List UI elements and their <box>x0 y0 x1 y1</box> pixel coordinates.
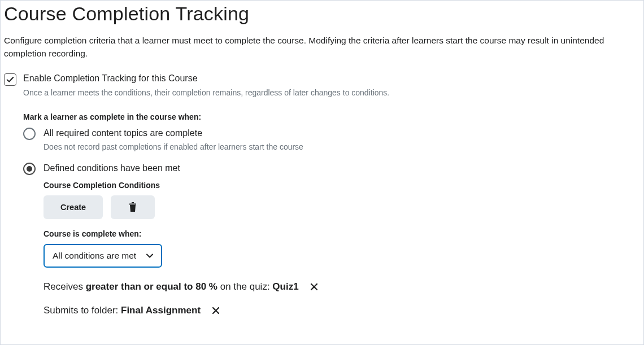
enable-tracking-label: Enable Completion Tracking for this Cour… <box>23 72 640 85</box>
radio-defined-conditions[interactable] <box>23 163 36 175</box>
condition-text-bold: Final Assignment <box>121 305 201 316</box>
criteria-heading: Mark a learner as complete in the course… <box>23 112 640 121</box>
close-icon <box>310 283 318 291</box>
remove-condition-button[interactable] <box>212 307 220 315</box>
radio-all-topics[interactable] <box>23 128 36 140</box>
svg-rect-1 <box>132 202 134 203</box>
condition-text-bold: Quiz1 <box>272 281 298 292</box>
delete-conditions-button[interactable] <box>111 195 155 219</box>
condition-text-part: Receives <box>43 281 86 292</box>
complete-when-select[interactable]: All conditions are met <box>43 244 162 268</box>
enable-tracking-checkbox[interactable] <box>4 73 16 86</box>
condition-text: Submits to folder: Final Assignment <box>43 305 201 316</box>
close-icon <box>212 307 220 315</box>
condition-text-part: Submits to folder: <box>43 305 121 316</box>
svg-rect-0 <box>129 203 136 204</box>
complete-when-label: Course is complete when: <box>43 229 640 238</box>
page-frame: Course Completion Tracking Configure com… <box>0 0 644 345</box>
radio-all-topics-label: All required content topics are complete <box>43 127 640 139</box>
condition-text-bold: greater than or equal to 80 % <box>86 281 217 292</box>
check-icon <box>6 76 14 84</box>
enable-tracking-help: Once a learner meets the conditions, the… <box>23 87 640 98</box>
page-title: Course Completion Tracking <box>4 2 640 26</box>
condition-item: Submits to folder: Final Assignment <box>43 305 640 316</box>
page-intro: Configure completion criteria that a lea… <box>4 34 640 60</box>
conditions-heading: Course Completion Conditions <box>43 181 640 190</box>
radio-defined-conditions-label: Defined conditions have been met <box>43 162 640 174</box>
condition-text: Receives greater than or equal to 80 % o… <box>43 281 299 292</box>
trash-icon <box>128 202 137 212</box>
condition-text-part: on the quiz: <box>217 281 272 292</box>
page-content: Course Completion Tracking Configure com… <box>1 1 643 333</box>
create-condition-button[interactable]: Create <box>43 195 103 219</box>
radio-all-topics-help: Does not record past completions if enab… <box>43 141 640 152</box>
remove-condition-button[interactable] <box>310 283 318 291</box>
condition-item: Receives greater than or equal to 80 % o… <box>43 281 640 292</box>
condition-list: Receives greater than or equal to 80 % o… <box>43 281 640 316</box>
complete-when-selected-value: All conditions are met <box>53 251 136 261</box>
chevron-down-icon <box>146 252 153 259</box>
